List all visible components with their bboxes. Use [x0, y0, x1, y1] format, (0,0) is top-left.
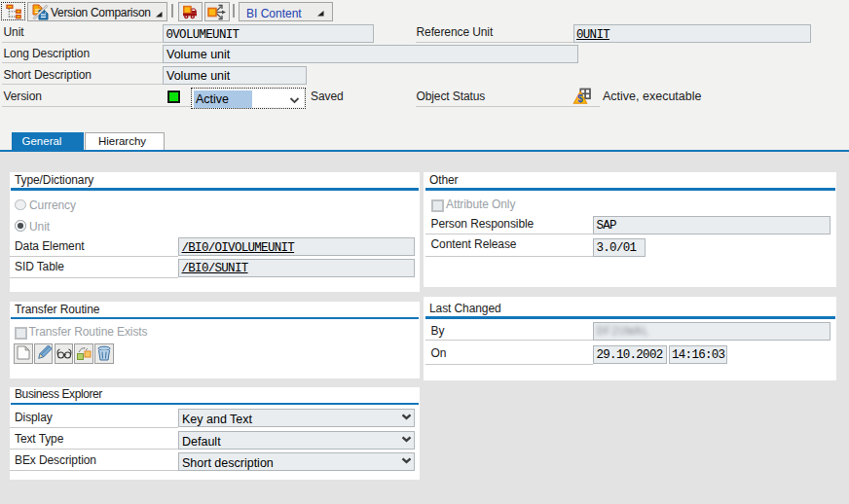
svg-text:$: $ — [577, 93, 583, 104]
